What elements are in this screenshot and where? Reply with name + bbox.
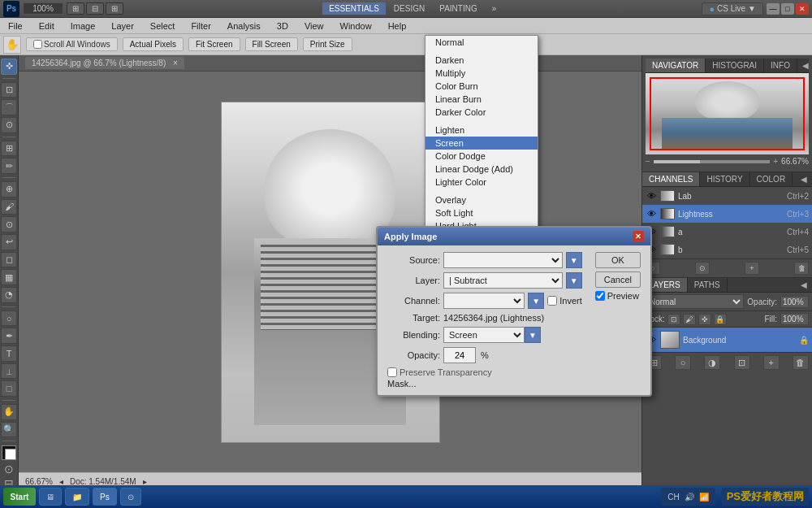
opacity-value-input[interactable] <box>443 347 476 363</box>
tab-more[interactable]: » <box>486 2 503 15</box>
layer-background-row[interactable]: 👁 Background 🔒 <box>642 328 812 352</box>
layers-collapse-btn[interactable]: ◀ <box>796 278 812 292</box>
zoom-tool[interactable]: 🔍 <box>1 422 17 438</box>
lasso-tool[interactable]: ⌒ <box>1 99 17 115</box>
tab-info[interactable]: INFO <box>764 59 797 72</box>
dd-lighten[interactable]: Lighten <box>425 124 538 137</box>
taskbar-ps-btn[interactable]: Ps <box>93 488 117 506</box>
dd-lighter-color[interactable]: Lighter Color <box>425 176 538 189</box>
tab-essentials[interactable]: ESSENTIALS <box>322 2 386 15</box>
tab-color[interactable]: COLOR <box>750 172 793 186</box>
cancel-button[interactable]: Cancel <box>595 271 641 288</box>
channel-b-row[interactable]: 👁 b Ctrl+5 <box>642 241 812 258</box>
crop-tool[interactable]: ⊞ <box>1 141 17 157</box>
channels-collapse-btn[interactable]: ◀ <box>796 172 812 186</box>
path-tool[interactable]: ⟂ <box>1 363 17 380</box>
menu-edit[interactable]: Edit <box>34 20 59 33</box>
minimize-button[interactable]: — <box>767 3 780 15</box>
channel-lightness-eye[interactable]: 👁 <box>646 208 657 219</box>
view-extra-btn[interactable]: ⊞ <box>106 2 123 15</box>
dodge-tool[interactable]: ○ <box>1 310 17 327</box>
dd-multiply[interactable]: Multiply <box>425 67 538 80</box>
scroll-all-checkbox[interactable] <box>33 40 42 49</box>
tab-paths[interactable]: PATHS <box>688 278 728 292</box>
eyedropper-tool[interactable]: ✏ <box>1 158 17 174</box>
lock-paint-btn[interactable]: 🖌 <box>683 314 696 325</box>
ok-button[interactable]: OK <box>595 252 641 268</box>
channel-lightness-row[interactable]: 👁 Lightness Ctrl+3 <box>642 205 812 223</box>
history-brush-tool[interactable]: ↩ <box>1 234 17 250</box>
maximize-button[interactable]: □ <box>781 3 794 15</box>
document-tab-item[interactable]: 14256364.jpg @ 66.7% (Lightness/8) × <box>25 57 184 69</box>
mask-button[interactable]: Mask... <box>387 379 416 389</box>
layer-adjustment-btn[interactable]: ◑ <box>704 355 720 370</box>
channel-delete-btn[interactable]: 🗑 <box>794 262 809 275</box>
dd-color-dodge[interactable]: Color Dodge <box>425 150 538 163</box>
channel-lab-eye[interactable]: 👁 <box>646 190 657 202</box>
menu-file[interactable]: File <box>3 20 28 33</box>
brush-tool[interactable]: 🖌 <box>1 199 17 215</box>
dd-soft-light[interactable]: Soft Light <box>425 206 538 219</box>
layer-delete-btn[interactable]: 🗑 <box>793 355 809 370</box>
lock-move-btn[interactable]: ✜ <box>698 314 711 325</box>
fill-input[interactable] <box>780 313 809 325</box>
start-button[interactable]: Start <box>3 488 36 506</box>
fit-screen-btn[interactable]: Fit Screen <box>188 37 240 51</box>
blur-tool[interactable]: ◔ <box>1 287 17 303</box>
navigator-collapse-btn[interactable]: ◀ <box>797 59 812 72</box>
tab-design[interactable]: DESIGN <box>387 2 431 15</box>
menu-view[interactable]: View <box>300 20 329 33</box>
invert-check-label[interactable]: Invert <box>547 296 582 306</box>
channel-select[interactable] <box>443 293 525 309</box>
preserve-check-label[interactable]: Preserve Transparency <box>387 367 582 377</box>
taskbar-btn-2[interactable]: 📁 <box>65 488 89 506</box>
tab-painting[interactable]: PAINTING <box>433 2 483 15</box>
source-dropdown-btn[interactable]: ▼ <box>566 252 582 268</box>
menu-help[interactable]: Help <box>383 20 412 33</box>
quick-select-tool[interactable]: ⊙ <box>1 117 17 133</box>
healing-tool[interactable]: ⊕ <box>1 181 17 198</box>
layer-dropdown-btn[interactable]: ▼ <box>566 272 582 289</box>
eraser-tool[interactable]: ◻ <box>1 252 17 268</box>
blending-select[interactable]: Screen <box>443 327 525 343</box>
hand-tool[interactable]: ✋ <box>1 404 17 420</box>
marquee-tool[interactable]: ⊡ <box>1 82 17 98</box>
dd-normal[interactable]: Normal <box>425 36 538 49</box>
dd-darken[interactable]: Darken <box>425 54 538 67</box>
pen-tool[interactable]: ✒ <box>1 328 17 344</box>
menu-3d[interactable]: 3D <box>272 20 293 33</box>
taskbar-btn-1[interactable]: 🖥 <box>39 488 62 506</box>
dd-linear-burn[interactable]: Linear Burn <box>425 93 538 106</box>
tab-histogram[interactable]: HISTOGRAI <box>706 59 764 72</box>
dd-darker-color[interactable]: Darker Color <box>425 106 538 119</box>
preview-check-label[interactable]: Preview <box>595 291 641 301</box>
preserve-checkbox[interactable] <box>387 367 397 377</box>
gradient-tool[interactable]: ▦ <box>1 269 17 285</box>
dd-overlay[interactable]: Overlay <box>425 193 538 206</box>
zoom-out-icon[interactable]: − <box>646 157 650 166</box>
nav-zoom-slider[interactable] <box>654 160 770 163</box>
tab-channels[interactable]: CHANNELS <box>642 172 700 186</box>
cs-live-button[interactable]: ● CS Live ▼ <box>702 2 763 15</box>
lock-transparent-btn[interactable]: ⊡ <box>667 314 680 325</box>
scroll-all-windows-btn[interactable]: Scroll All Windows <box>26 37 118 51</box>
dd-color-burn[interactable]: Color Burn <box>425 80 538 93</box>
document-close-btn[interactable]: × <box>173 59 178 67</box>
view-mode-btn[interactable]: ⊟ <box>86 2 104 15</box>
close-button[interactable]: ✕ <box>796 3 809 15</box>
view-options-btn[interactable]: ⊞ <box>67 2 84 15</box>
layer-blend-mode-select[interactable]: Normal <box>646 294 744 309</box>
quick-mask-btn[interactable]: ⊙ <box>4 462 14 475</box>
stamp-tool[interactable]: ⊙ <box>1 216 17 232</box>
layer-select[interactable]: | Subtract <box>443 272 563 289</box>
blending-arrow-btn[interactable]: ▼ <box>525 327 541 343</box>
channel-lab-row[interactable]: 👁 Lab Ctrl+2 <box>642 187 812 205</box>
lock-all-btn[interactable]: 🔒 <box>714 314 727 325</box>
dd-screen[interactable]: Screen <box>425 137 538 150</box>
print-size-btn[interactable]: Print Size <box>303 37 352 51</box>
menu-select[interactable]: Select <box>145 20 180 33</box>
channel-a-row[interactable]: 👁 a Ctrl+4 <box>642 223 812 241</box>
layer-group-btn[interactable]: ⊡ <box>734 355 750 370</box>
zoom-in-icon[interactable]: + <box>773 157 778 166</box>
taskbar-btn-4[interactable]: ⊙ <box>120 488 141 506</box>
